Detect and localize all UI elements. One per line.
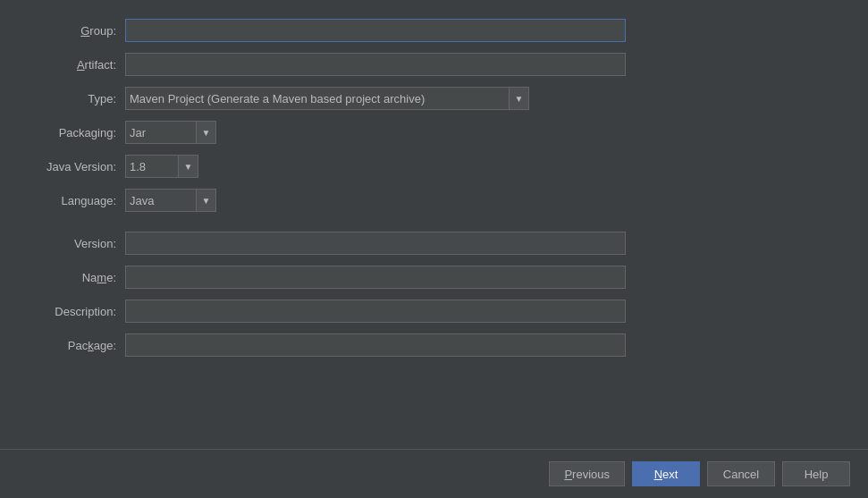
artifact-label: Artifact:: [27, 58, 125, 72]
name-row: Name: chapter1: [27, 265, 841, 290]
package-row: Package: com.dudu: [27, 333, 841, 358]
language-select[interactable]: Java: [125, 189, 197, 212]
cancel-button[interactable]: Cancel: [707, 461, 775, 486]
description-input[interactable]: Demo project for Spring Boot: [125, 300, 626, 323]
artifact-row: Artifact: chapter1: [27, 52, 841, 77]
packaging-label: Packaging:: [27, 126, 125, 139]
type-dropdown-wrapper: Maven Project (Generate a Maven based pr…: [125, 87, 529, 110]
language-dropdown-arrow[interactable]: ▼: [197, 189, 216, 212]
form-container: Group: com.dudu Artifact: chapter1 Type:…: [0, 0, 868, 449]
packaging-dropdown-arrow[interactable]: ▼: [197, 121, 216, 144]
language-row: Language: Java ▼: [27, 188, 841, 213]
language-label: Language:: [27, 194, 125, 207]
package-label: Package:: [27, 339, 125, 352]
description-row: Description: Demo project for Spring Boo…: [27, 299, 841, 324]
java-version-label: Java Version:: [27, 160, 125, 173]
java-version-select[interactable]: 1.8: [125, 155, 179, 178]
group-label: Group:: [27, 24, 125, 38]
description-label: Description:: [27, 305, 125, 318]
version-row: Version: 0.0.1-SNAPSHOT: [27, 231, 841, 256]
group-row: Group: com.dudu: [27, 18, 841, 43]
type-row: Type: Maven Project (Generate a Maven ba…: [27, 86, 841, 111]
type-label: Type:: [27, 92, 125, 106]
version-input[interactable]: 0.0.1-SNAPSHOT: [125, 232, 626, 255]
package-input[interactable]: com.dudu: [125, 333, 626, 357]
footer: Previous Next Cancel Help: [0, 449, 868, 498]
packaging-row: Packaging: Jar ▼: [27, 120, 841, 145]
help-button[interactable]: Help: [782, 461, 850, 486]
previous-button[interactable]: Previous: [549, 461, 625, 486]
name-input[interactable]: chapter1: [125, 266, 626, 289]
artifact-input[interactable]: chapter1: [125, 53, 626, 76]
next-button[interactable]: Next: [632, 461, 700, 486]
type-dropdown-arrow[interactable]: ▼: [510, 87, 529, 110]
name-label: Name:: [27, 271, 125, 284]
java-version-row: Java Version: 1.8 ▼: [27, 154, 841, 179]
group-input[interactable]: com.dudu: [125, 19, 626, 42]
java-version-dropdown-arrow[interactable]: ▼: [179, 155, 198, 178]
packaging-dropdown-wrapper: Jar ▼: [125, 121, 216, 144]
language-dropdown-wrapper: Java ▼: [125, 189, 216, 212]
java-version-dropdown-wrapper: 1.8 ▼: [125, 155, 198, 178]
version-label: Version:: [27, 237, 125, 250]
type-select[interactable]: Maven Project (Generate a Maven based pr…: [125, 87, 510, 110]
packaging-select[interactable]: Jar: [125, 121, 197, 144]
